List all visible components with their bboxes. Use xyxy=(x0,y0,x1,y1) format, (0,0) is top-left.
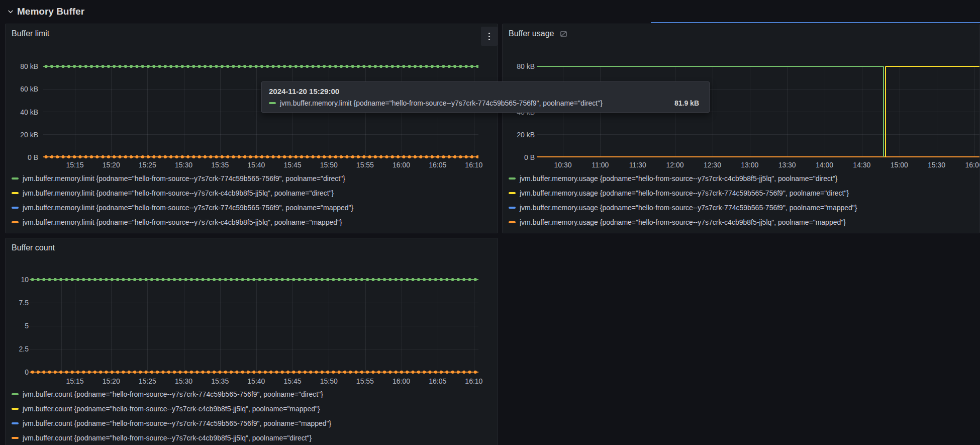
y-tick-label: 20 kB xyxy=(20,130,38,139)
panel-buffer-count: Buffer count 10 7.5 5 2.5 0 15:15 15:20 … xyxy=(5,238,498,445)
legend-item[interactable]: jvm.buffer.count {podname="hello-from-so… xyxy=(12,432,331,444)
legend-item[interactable]: jvm.buffer.memory.limit {podname="hello-… xyxy=(12,202,353,214)
y-tick-label: 20 kB xyxy=(517,130,535,139)
chevron-down-icon[interactable] xyxy=(7,8,14,15)
series-color-marker xyxy=(12,192,19,194)
x-axis: 15:15 15:20 15:25 15:30 15:35 15:40 15:4… xyxy=(63,161,486,169)
x-tick-label: 16:00 xyxy=(962,161,980,169)
series-line-green xyxy=(537,66,884,67)
legend-label[interactable]: jvm.buffer.memory.limit {podname="hello-… xyxy=(23,204,353,212)
legend-item[interactable]: jvm.buffer.count {podname="hello-from-so… xyxy=(12,417,331,429)
legend-item[interactable]: jvm.buffer.count {podname="hello-from-so… xyxy=(12,388,331,400)
legend-label[interactable]: jvm.buffer.count {podname="hello-from-so… xyxy=(23,434,312,442)
legend: jvm.buffer.memory.usage {podname="hello-… xyxy=(509,172,857,228)
x-tick-label: 11:30 xyxy=(626,161,650,169)
y-axis: 10 7.5 5 2.5 0 xyxy=(12,275,29,377)
row-header: Memory Buffer xyxy=(0,0,980,23)
panel-title-icon[interactable] xyxy=(560,30,567,38)
x-tick-label: 15:15 xyxy=(63,377,87,385)
series-color-marker xyxy=(12,437,19,439)
series-color-marker xyxy=(509,207,516,209)
legend-label[interactable]: jvm.buffer.count {podname="hello-from-so… xyxy=(23,405,320,413)
x-tick-label: 15:35 xyxy=(208,377,232,385)
x-tick-label: 15:20 xyxy=(99,161,123,169)
x-tick-label: 16:00 xyxy=(389,161,414,169)
series-drop-green xyxy=(883,66,884,157)
y-tick-label: 2.5 xyxy=(19,344,29,353)
tooltip-timestamp: 2024-11-20 15:29:00 xyxy=(269,87,701,96)
legend-label[interactable]: jvm.buffer.memory.usage {podname="hello-… xyxy=(520,204,857,212)
series-line-green xyxy=(43,64,478,68)
legend-item[interactable]: jvm.buffer.memory.limit {podname="hello-… xyxy=(12,172,353,185)
clipped-chart-line xyxy=(651,22,980,23)
panel-title[interactable]: Buffer limit xyxy=(12,29,49,38)
x-tick-label: 15:50 xyxy=(317,161,341,169)
x-tick-label: 15:55 xyxy=(353,377,377,385)
x-axis: 15:15 15:20 15:25 15:30 15:35 15:40 15:4… xyxy=(63,377,486,385)
legend: jvm.buffer.count {podname="hello-from-so… xyxy=(12,388,331,444)
panel-title[interactable]: Buffer usage xyxy=(509,29,554,38)
buffer-count-plot[interactable] xyxy=(30,280,478,373)
legend-item[interactable]: jvm.buffer.memory.limit {podname="hello-… xyxy=(12,216,353,228)
panel-header: Buffer usage xyxy=(503,24,979,43)
x-tick-label: 14:00 xyxy=(813,161,837,169)
legend-item[interactable]: jvm.buffer.memory.usage {podname="hello-… xyxy=(509,172,857,185)
legend-label[interactable]: jvm.buffer.memory.limit {podname="hello-… xyxy=(23,189,334,197)
x-tick-label: 16:10 xyxy=(462,377,486,385)
legend-item[interactable]: jvm.buffer.memory.usage {podname="hello-… xyxy=(509,187,857,199)
legend-item[interactable]: jvm.buffer.memory.usage {podname="hello-… xyxy=(509,216,857,228)
series-color-marker xyxy=(509,177,516,180)
x-tick-label: 16:05 xyxy=(426,161,450,169)
x-tick-label: 14:30 xyxy=(850,161,874,169)
x-tick-label: 12:00 xyxy=(663,161,687,169)
x-tick-label: 15:45 xyxy=(280,161,305,169)
panel-menu-button[interactable] xyxy=(481,27,498,46)
series-color-marker xyxy=(509,221,516,223)
y-tick-label: 40 kB xyxy=(20,108,38,117)
row-title[interactable]: Memory Buffer xyxy=(17,6,84,17)
x-tick-label: 15:30 xyxy=(172,161,196,169)
series-color-marker xyxy=(12,408,19,410)
x-tick-label: 16:10 xyxy=(462,161,486,169)
series-color-marker xyxy=(12,393,19,395)
x-tick-label: 15:25 xyxy=(135,377,159,385)
tooltip-series-value: 81.9 kB xyxy=(674,99,701,107)
panel-title[interactable]: Buffer count xyxy=(12,243,55,252)
x-tick-label: 15:00 xyxy=(887,161,911,169)
panel-buffer-limit: Buffer limit 80 kB 60 kB 40 kB 20 kB 0 B… xyxy=(5,24,498,233)
y-tick-label: 80 kB xyxy=(20,62,38,71)
y-tick-label: 0 B xyxy=(524,153,535,162)
legend-label[interactable]: jvm.buffer.memory.usage {podname="hello-… xyxy=(520,189,849,197)
x-tick-label: 10:30 xyxy=(551,161,575,169)
series-rise-yellow xyxy=(885,66,886,157)
series-line-yellow xyxy=(886,66,980,67)
chart-tooltip: 2024-11-20 15:29:00 jvm.buffer.memory.li… xyxy=(261,81,710,113)
legend-label[interactable]: jvm.buffer.memory.limit {podname="hello-… xyxy=(23,174,345,183)
x-tick-label: 13:00 xyxy=(738,161,762,169)
legend-item[interactable]: jvm.buffer.count {podname="hello-from-so… xyxy=(12,403,331,415)
tooltip-series-label: jvm.buffer.memory.limit {podname="hello-… xyxy=(280,99,603,107)
y-tick-label: 7.5 xyxy=(19,298,29,307)
series-color-marker xyxy=(12,177,19,180)
legend-label[interactable]: jvm.buffer.count {podname="hello-from-so… xyxy=(23,419,331,427)
legend-label[interactable]: jvm.buffer.memory.usage {podname="hello-… xyxy=(520,174,838,183)
tooltip-series-marker xyxy=(269,102,276,104)
x-tick-label: 15:45 xyxy=(280,377,305,385)
x-tick-label: 15:25 xyxy=(135,161,159,169)
legend-item[interactable]: jvm.buffer.memory.usage {podname="hello-… xyxy=(509,202,857,214)
x-tick-label: 11:00 xyxy=(588,161,612,169)
x-tick-label: 16:00 xyxy=(389,377,414,385)
x-tick-label: 15:55 xyxy=(353,161,377,169)
x-tick-label: 15:30 xyxy=(925,161,949,169)
y-tick-label: 10 xyxy=(21,275,29,284)
series-color-marker xyxy=(12,221,19,223)
x-tick-label: 15:30 xyxy=(172,377,196,385)
legend-label[interactable]: jvm.buffer.memory.usage {podname="hello-… xyxy=(520,218,846,226)
x-tick-label: 15:35 xyxy=(208,161,232,169)
legend-label[interactable]: jvm.buffer.count {podname="hello-from-so… xyxy=(23,390,323,398)
x-tick-label: 15:40 xyxy=(244,161,268,169)
x-axis: 10:30 11:00 11:30 12:00 12:30 13:00 13:3… xyxy=(551,161,980,169)
panel-header: Buffer limit xyxy=(6,24,498,43)
legend-label[interactable]: jvm.buffer.memory.limit {podname="hello-… xyxy=(23,218,342,226)
legend-item[interactable]: jvm.buffer.memory.limit {podname="hello-… xyxy=(12,187,353,199)
